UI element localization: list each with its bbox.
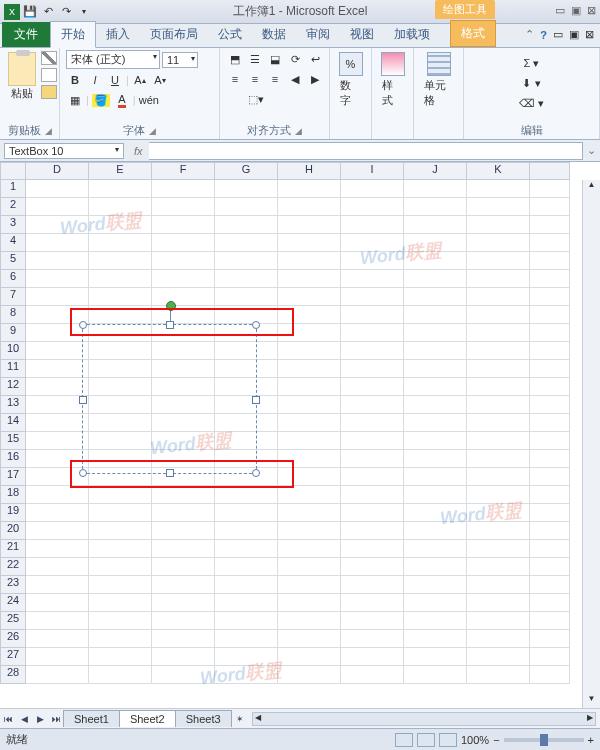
tab-format[interactable]: 格式 — [450, 20, 496, 47]
cells-button[interactable]: 单元格 — [420, 50, 457, 110]
align-right-button[interactable]: ≡ — [266, 70, 284, 88]
close-icon[interactable]: ⊠ — [587, 4, 596, 17]
tab-file[interactable]: 文件 — [2, 22, 50, 47]
col-header[interactable]: D — [26, 162, 89, 180]
alignment-launcher-icon[interactable]: ◢ — [295, 126, 302, 136]
phonetic-button[interactable]: wén — [138, 91, 160, 109]
zoom-level[interactable]: 100% — [461, 734, 489, 746]
col-header[interactable]: J — [404, 162, 467, 180]
redo-icon[interactable]: ↷ — [58, 4, 74, 20]
row-header[interactable]: 8 — [0, 306, 26, 324]
scroll-up-icon[interactable]: ▲ — [583, 180, 600, 194]
row-header[interactable]: 16 — [0, 450, 26, 468]
save-icon[interactable]: 💾 — [22, 4, 38, 20]
row-header[interactable]: 13 — [0, 396, 26, 414]
resize-handle-w[interactable] — [79, 396, 87, 404]
row-header[interactable]: 12 — [0, 378, 26, 396]
clipboard-launcher-icon[interactable]: ◢ — [45, 126, 52, 136]
resize-handle-e[interactable] — [252, 396, 260, 404]
cut-icon[interactable] — [41, 51, 57, 65]
col-header[interactable]: F — [152, 162, 215, 180]
sheet-nav-prev-icon[interactable]: ◀ — [16, 711, 32, 727]
font-launcher-icon[interactable]: ◢ — [149, 126, 156, 136]
align-left-button[interactable]: ≡ — [226, 70, 244, 88]
shrink-font-button[interactable]: A▾ — [151, 71, 169, 89]
grow-font-button[interactable]: A▴ — [131, 71, 149, 89]
row-header[interactable]: 15 — [0, 432, 26, 450]
row-header[interactable]: 22 — [0, 558, 26, 576]
qat-dropdown-icon[interactable]: ▾ — [76, 4, 92, 20]
row-header[interactable]: 24 — [0, 594, 26, 612]
sheet-nav-next-icon[interactable]: ▶ — [32, 711, 48, 727]
scroll-down-icon[interactable]: ▼ — [583, 694, 600, 708]
row-header[interactable]: 20 — [0, 522, 26, 540]
view-pagebreak-icon[interactable] — [439, 733, 457, 747]
orientation-button[interactable]: ⟳ — [286, 50, 304, 68]
borders-button[interactable]: ▦ — [66, 91, 84, 109]
bold-button[interactable]: B — [66, 71, 84, 89]
align-center-button[interactable]: ≡ — [246, 70, 264, 88]
copy-icon[interactable] — [41, 68, 57, 82]
fill-button[interactable]: ⬇ ▾ — [474, 74, 589, 92]
view-normal-icon[interactable] — [395, 733, 413, 747]
autosum-button[interactable]: Σ ▾ — [474, 54, 589, 72]
col-header[interactable]: H — [278, 162, 341, 180]
row-header[interactable]: 14 — [0, 414, 26, 432]
sheet-tab-2[interactable]: Sheet2 — [119, 710, 176, 727]
window-close-icon[interactable]: ⊠ — [585, 28, 594, 41]
number-format-button[interactable]: % 数字 — [336, 50, 365, 110]
tab-insert[interactable]: 插入 — [96, 22, 140, 47]
tab-data[interactable]: 数据 — [252, 22, 296, 47]
select-all-corner[interactable] — [0, 162, 26, 180]
maximize-icon[interactable]: ▣ — [571, 4, 581, 17]
horizontal-scrollbar[interactable]: ◀ ▶ — [252, 712, 596, 726]
zoom-slider[interactable] — [504, 738, 584, 742]
selected-textbox-shape[interactable] — [82, 324, 257, 474]
row-header[interactable]: 27 — [0, 648, 26, 666]
view-layout-icon[interactable] — [417, 733, 435, 747]
font-color-button[interactable]: A — [113, 91, 131, 109]
styles-button[interactable]: 样式 — [378, 50, 407, 110]
font-name-select[interactable]: 宋体 (正文) — [66, 50, 160, 69]
col-header[interactable]: E — [89, 162, 152, 180]
align-top-button[interactable]: ⬒ — [226, 50, 244, 68]
row-header[interactable]: 17 — [0, 468, 26, 486]
row-header[interactable]: 1 — [0, 180, 26, 198]
formula-expand-icon[interactable]: ⌄ — [583, 144, 600, 157]
col-header[interactable]: I — [341, 162, 404, 180]
tab-page-layout[interactable]: 页面布局 — [140, 22, 208, 47]
row-header[interactable]: 9 — [0, 324, 26, 342]
name-box[interactable]: TextBox 10▾ — [4, 143, 124, 159]
increase-indent-button[interactable]: ▶ — [306, 70, 324, 88]
font-size-select[interactable]: 11 — [162, 52, 198, 68]
fx-icon[interactable]: fx — [134, 145, 143, 157]
zoom-in-icon[interactable]: + — [588, 734, 594, 746]
row-header[interactable]: 6 — [0, 270, 26, 288]
row-header[interactable]: 7 — [0, 288, 26, 306]
row-header[interactable]: 11 — [0, 360, 26, 378]
align-bottom-button[interactable]: ⬓ — [266, 50, 284, 68]
row-header[interactable]: 26 — [0, 630, 26, 648]
tab-view[interactable]: 视图 — [340, 22, 384, 47]
row-header[interactable]: 3 — [0, 216, 26, 234]
decrease-indent-button[interactable]: ◀ — [286, 70, 304, 88]
sheet-nav-first-icon[interactable]: ⏮ — [0, 711, 16, 727]
col-header[interactable] — [530, 162, 570, 180]
row-header[interactable]: 4 — [0, 234, 26, 252]
row-header[interactable]: 25 — [0, 612, 26, 630]
tab-addins[interactable]: 加载项 — [384, 22, 440, 47]
align-middle-button[interactable]: ☰ — [246, 50, 264, 68]
sheet-nav-last-icon[interactable]: ⏭ — [48, 711, 64, 727]
sheet-tab-3[interactable]: Sheet3 — [175, 710, 232, 727]
zoom-out-icon[interactable]: − — [493, 734, 499, 746]
format-painter-icon[interactable] — [41, 85, 57, 99]
tab-formulas[interactable]: 公式 — [208, 22, 252, 47]
row-header[interactable]: 23 — [0, 576, 26, 594]
formula-input[interactable] — [149, 142, 583, 160]
minimize-ribbon-icon[interactable]: ⌃ — [525, 28, 534, 41]
window-restore-icon[interactable]: ▣ — [569, 28, 579, 41]
italic-button[interactable]: I — [86, 71, 104, 89]
worksheet-area[interactable]: D E F G H I J K 1 2 3 4 5 6 7 8 9 10 11 — [0, 162, 600, 708]
tab-home[interactable]: 开始 — [50, 21, 96, 48]
merge-button[interactable]: ⬚▾ — [226, 90, 286, 108]
